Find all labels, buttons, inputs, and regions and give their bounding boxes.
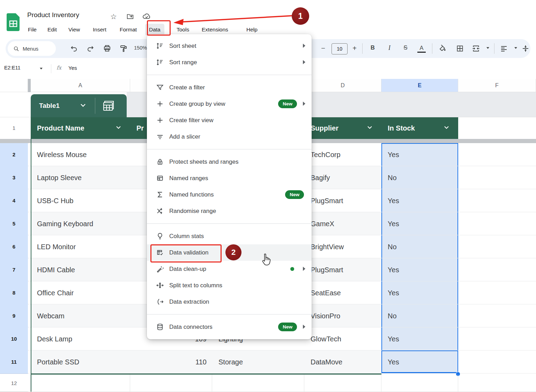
- row-header-10[interactable]: 10: [0, 327, 28, 351]
- row-header-8[interactable]: 8: [0, 281, 28, 305]
- cell-supplier[interactable]: GameX: [304, 212, 381, 235]
- column-header-D[interactable]: D: [304, 79, 381, 92]
- zoom-level[interactable]: 150%: [134, 45, 147, 51]
- cell-empty[interactable]: [458, 350, 536, 373]
- row-header-11[interactable]: 11: [0, 350, 28, 374]
- name-box[interactable]: E2:E11: [4, 65, 21, 71]
- menu-item-data-clean-up[interactable]: Data clean-up: [147, 261, 312, 277]
- strikethrough-button[interactable]: S: [401, 44, 410, 51]
- menu-item-create-filter-view[interactable]: Create filter view: [147, 112, 312, 128]
- menubar-item-insert[interactable]: Insert: [93, 24, 106, 36]
- cell-empty[interactable]: [458, 189, 536, 212]
- cell-in-stock-selected[interactable]: Yes: [381, 258, 458, 281]
- move-folder-icon[interactable]: [126, 13, 134, 20]
- menu-item-create-a-filter[interactable]: Create a filter: [147, 79, 312, 96]
- row-header-6[interactable]: 6: [0, 235, 28, 259]
- cell-product-name[interactable]: Portable SSD: [31, 350, 130, 373]
- table-grid-icon[interactable]: [103, 100, 114, 111]
- cell-product-name[interactable]: Wireless Mouse: [31, 143, 130, 166]
- table-header-product-name[interactable]: Product Name: [31, 117, 130, 139]
- row-header-4[interactable]: 4: [0, 189, 28, 213]
- cell-product-name[interactable]: Office Chair: [31, 281, 130, 304]
- cell-product-name[interactable]: Gaming Keyboard: [31, 212, 130, 235]
- horizontal-align-icon[interactable]: [500, 44, 508, 53]
- star-icon[interactable]: ☆: [110, 13, 117, 21]
- bold-button[interactable]: B: [368, 44, 377, 51]
- menu-item-data-extraction[interactable]: Data extraction: [147, 294, 312, 310]
- table-name[interactable]: Table1: [39, 94, 60, 117]
- cell-product-name[interactable]: Desk Lamp: [31, 327, 130, 350]
- doc-title[interactable]: Product Inventory: [27, 11, 79, 19]
- borders-icon[interactable]: [456, 44, 464, 53]
- cell-in-stock-selected[interactable]: No: [381, 304, 458, 327]
- cell-empty[interactable]: [458, 304, 536, 327]
- header-chevron-down-icon[interactable]: [367, 126, 372, 130]
- select-all-corner[interactable]: [0, 79, 28, 92]
- column-header-A[interactable]: A: [31, 79, 130, 92]
- paint-format-icon[interactable]: [119, 44, 128, 53]
- row-header-9[interactable]: 9: [0, 304, 28, 328]
- row-header-12[interactable]: 12: [0, 375, 28, 392]
- cloud-status-icon[interactable]: [142, 13, 151, 20]
- cell-supplier[interactable]: TechCorp: [304, 143, 381, 166]
- header-chevron-down-icon[interactable]: [444, 126, 449, 130]
- cell-in-stock-selected[interactable]: Yes: [381, 143, 458, 166]
- menu-item-sort-range[interactable]: Sort range: [147, 54, 312, 71]
- align-dropdown-caret[interactable]: [514, 47, 517, 49]
- cell-supplier[interactable]: VisionPro: [304, 304, 381, 327]
- menu-item-add-a-slicer[interactable]: Add a slicer: [147, 128, 312, 145]
- cell-supplier[interactable]: DataMove: [304, 350, 381, 373]
- cell-in-stock-selected[interactable]: Yes: [381, 281, 458, 304]
- cell-supplier[interactable]: PlugSmart: [304, 189, 381, 212]
- menu-item-sort-sheet[interactable]: Sort sheet: [147, 38, 312, 54]
- menu-item-column-stats[interactable]: Column stats: [147, 228, 312, 244]
- fill-color-icon[interactable]: [438, 44, 447, 53]
- menubar-item-tools[interactable]: Tools: [177, 24, 189, 36]
- row-header-5[interactable]: 5: [0, 212, 28, 236]
- increase-font-size-button[interactable]: +: [350, 44, 359, 52]
- formula-bar-value[interactable]: Yes: [68, 65, 77, 71]
- cell-empty[interactable]: [458, 212, 536, 235]
- cell-product-name[interactable]: LED Monitor: [31, 235, 130, 258]
- menu-item-create-group-by-view[interactable]: Create group by viewNew: [147, 96, 312, 112]
- cell-in-stock-selected[interactable]: Yes: [381, 327, 458, 350]
- row-header-7[interactable]: 7: [0, 258, 28, 282]
- empty-row-12[interactable]: 12: [0, 375, 536, 392]
- menu-item-split-text-to-columns[interactable]: Split text to columns: [147, 277, 312, 294]
- menubar-item-view[interactable]: View: [68, 24, 80, 36]
- name-box-caret[interactable]: [40, 68, 43, 69]
- cell-product-id[interactable]: 110: [130, 350, 212, 373]
- row-header-3[interactable]: 3: [0, 166, 28, 190]
- menu-item-protect-sheets-and-ranges[interactable]: Protect sheets and ranges: [147, 154, 312, 170]
- vertical-align-icon[interactable]: [521, 44, 530, 53]
- merge-dropdown-caret[interactable]: [486, 47, 489, 49]
- cell-empty[interactable]: [458, 258, 536, 281]
- cell-supplier[interactable]: BrightView: [304, 235, 381, 258]
- cell-product-name[interactable]: Webcam: [31, 304, 130, 327]
- cell-supplier[interactable]: Bagify: [304, 166, 381, 189]
- text-color-button[interactable]: A: [417, 44, 426, 53]
- merge-cells-icon[interactable]: [472, 44, 480, 53]
- menubar-item-help[interactable]: Help: [246, 24, 258, 36]
- cell-supplier[interactable]: GlowTech: [304, 327, 381, 350]
- cell-in-stock-selected[interactable]: Yes: [381, 189, 458, 212]
- table-header-supplier[interactable]: Supplier: [304, 117, 381, 139]
- menubar-item-edit[interactable]: Edit: [47, 24, 57, 36]
- cell-in-stock-selected[interactable]: No: [381, 166, 458, 189]
- undo-icon[interactable]: [70, 44, 78, 53]
- column-header-E[interactable]: E: [381, 79, 458, 92]
- menubar-item-format[interactable]: Format: [120, 24, 137, 36]
- menu-item-randomise-range[interactable]: Randomise range: [147, 203, 312, 219]
- table-header-in-stock[interactable]: In Stock: [381, 117, 458, 139]
- italic-button[interactable]: I: [385, 44, 394, 52]
- cell-supplier[interactable]: SeatEase: [304, 281, 381, 304]
- cell-in-stock-selected[interactable]: No: [381, 235, 458, 258]
- decrease-font-size-button[interactable]: −: [319, 44, 327, 52]
- font-size-input[interactable]: 10: [332, 43, 348, 54]
- cell-category[interactable]: Storage: [212, 350, 304, 373]
- cell-empty[interactable]: [458, 166, 536, 189]
- table-chip-chevron-icon[interactable]: [80, 103, 86, 108]
- cell-product-name[interactable]: USB-C Hub: [31, 189, 130, 212]
- menu-item-named-ranges[interactable]: Named ranges: [147, 170, 312, 186]
- cell-empty[interactable]: [458, 327, 536, 350]
